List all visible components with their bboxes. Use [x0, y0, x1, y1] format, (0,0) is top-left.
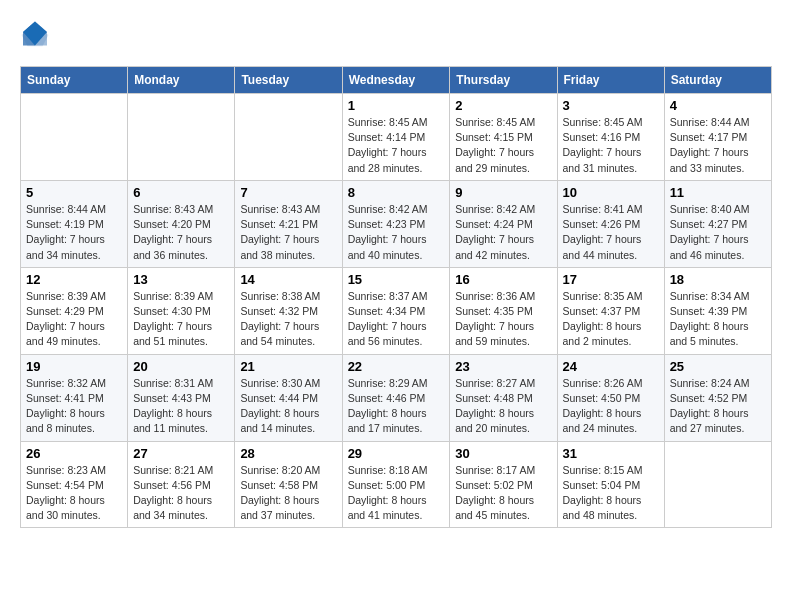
calendar-cell	[128, 94, 235, 181]
weekday-header: Friday	[557, 67, 664, 94]
day-number: 19	[26, 359, 122, 374]
calendar-cell: 26Sunrise: 8:23 AM Sunset: 4:54 PM Dayli…	[21, 441, 128, 528]
day-number: 11	[670, 185, 766, 200]
day-info: Sunrise: 8:18 AM Sunset: 5:00 PM Dayligh…	[348, 463, 445, 524]
day-number: 13	[133, 272, 229, 287]
day-number: 5	[26, 185, 122, 200]
day-info: Sunrise: 8:15 AM Sunset: 5:04 PM Dayligh…	[563, 463, 659, 524]
calendar-cell: 8Sunrise: 8:42 AM Sunset: 4:23 PM Daylig…	[342, 180, 450, 267]
calendar-cell: 25Sunrise: 8:24 AM Sunset: 4:52 PM Dayli…	[664, 354, 771, 441]
calendar-cell	[664, 441, 771, 528]
day-info: Sunrise: 8:31 AM Sunset: 4:43 PM Dayligh…	[133, 376, 229, 437]
day-info: Sunrise: 8:27 AM Sunset: 4:48 PM Dayligh…	[455, 376, 551, 437]
day-info: Sunrise: 8:39 AM Sunset: 4:29 PM Dayligh…	[26, 289, 122, 350]
day-info: Sunrise: 8:21 AM Sunset: 4:56 PM Dayligh…	[133, 463, 229, 524]
day-number: 31	[563, 446, 659, 461]
calendar-cell: 16Sunrise: 8:36 AM Sunset: 4:35 PM Dayli…	[450, 267, 557, 354]
logo	[20, 20, 54, 50]
calendar-cell: 29Sunrise: 8:18 AM Sunset: 5:00 PM Dayli…	[342, 441, 450, 528]
page: SundayMondayTuesdayWednesdayThursdayFrid…	[0, 0, 792, 538]
weekday-header: Thursday	[450, 67, 557, 94]
day-info: Sunrise: 8:41 AM Sunset: 4:26 PM Dayligh…	[563, 202, 659, 263]
calendar-cell: 11Sunrise: 8:40 AM Sunset: 4:27 PM Dayli…	[664, 180, 771, 267]
calendar-cell: 18Sunrise: 8:34 AM Sunset: 4:39 PM Dayli…	[664, 267, 771, 354]
calendar-cell: 15Sunrise: 8:37 AM Sunset: 4:34 PM Dayli…	[342, 267, 450, 354]
calendar-cell: 14Sunrise: 8:38 AM Sunset: 4:32 PM Dayli…	[235, 267, 342, 354]
calendar-cell: 21Sunrise: 8:30 AM Sunset: 4:44 PM Dayli…	[235, 354, 342, 441]
day-number: 14	[240, 272, 336, 287]
day-number: 26	[26, 446, 122, 461]
calendar-cell: 3Sunrise: 8:45 AM Sunset: 4:16 PM Daylig…	[557, 94, 664, 181]
day-info: Sunrise: 8:40 AM Sunset: 4:27 PM Dayligh…	[670, 202, 766, 263]
calendar-cell: 2Sunrise: 8:45 AM Sunset: 4:15 PM Daylig…	[450, 94, 557, 181]
day-number: 25	[670, 359, 766, 374]
day-number: 30	[455, 446, 551, 461]
day-info: Sunrise: 8:17 AM Sunset: 5:02 PM Dayligh…	[455, 463, 551, 524]
calendar-cell: 27Sunrise: 8:21 AM Sunset: 4:56 PM Dayli…	[128, 441, 235, 528]
calendar-cell: 5Sunrise: 8:44 AM Sunset: 4:19 PM Daylig…	[21, 180, 128, 267]
day-info: Sunrise: 8:30 AM Sunset: 4:44 PM Dayligh…	[240, 376, 336, 437]
calendar-cell: 30Sunrise: 8:17 AM Sunset: 5:02 PM Dayli…	[450, 441, 557, 528]
calendar-table: SundayMondayTuesdayWednesdayThursdayFrid…	[20, 66, 772, 528]
calendar-cell: 22Sunrise: 8:29 AM Sunset: 4:46 PM Dayli…	[342, 354, 450, 441]
day-number: 23	[455, 359, 551, 374]
calendar-cell: 13Sunrise: 8:39 AM Sunset: 4:30 PM Dayli…	[128, 267, 235, 354]
day-info: Sunrise: 8:38 AM Sunset: 4:32 PM Dayligh…	[240, 289, 336, 350]
weekday-header: Wednesday	[342, 67, 450, 94]
calendar-cell: 6Sunrise: 8:43 AM Sunset: 4:20 PM Daylig…	[128, 180, 235, 267]
calendar-cell: 23Sunrise: 8:27 AM Sunset: 4:48 PM Dayli…	[450, 354, 557, 441]
day-number: 2	[455, 98, 551, 113]
weekday-header: Tuesday	[235, 67, 342, 94]
day-info: Sunrise: 8:24 AM Sunset: 4:52 PM Dayligh…	[670, 376, 766, 437]
day-info: Sunrise: 8:29 AM Sunset: 4:46 PM Dayligh…	[348, 376, 445, 437]
calendar-cell: 1Sunrise: 8:45 AM Sunset: 4:14 PM Daylig…	[342, 94, 450, 181]
day-number: 17	[563, 272, 659, 287]
calendar-header-row: SundayMondayTuesdayWednesdayThursdayFrid…	[21, 67, 772, 94]
day-info: Sunrise: 8:34 AM Sunset: 4:39 PM Dayligh…	[670, 289, 766, 350]
day-info: Sunrise: 8:45 AM Sunset: 4:14 PM Dayligh…	[348, 115, 445, 176]
calendar-cell: 9Sunrise: 8:42 AM Sunset: 4:24 PM Daylig…	[450, 180, 557, 267]
calendar-week-row: 19Sunrise: 8:32 AM Sunset: 4:41 PM Dayli…	[21, 354, 772, 441]
day-info: Sunrise: 8:45 AM Sunset: 4:15 PM Dayligh…	[455, 115, 551, 176]
header	[20, 20, 772, 50]
day-number: 10	[563, 185, 659, 200]
day-info: Sunrise: 8:42 AM Sunset: 4:24 PM Dayligh…	[455, 202, 551, 263]
day-number: 4	[670, 98, 766, 113]
day-info: Sunrise: 8:43 AM Sunset: 4:20 PM Dayligh…	[133, 202, 229, 263]
day-info: Sunrise: 8:39 AM Sunset: 4:30 PM Dayligh…	[133, 289, 229, 350]
calendar-cell: 7Sunrise: 8:43 AM Sunset: 4:21 PM Daylig…	[235, 180, 342, 267]
day-number: 1	[348, 98, 445, 113]
calendar-week-row: 1Sunrise: 8:45 AM Sunset: 4:14 PM Daylig…	[21, 94, 772, 181]
day-number: 22	[348, 359, 445, 374]
weekday-header: Saturday	[664, 67, 771, 94]
day-info: Sunrise: 8:32 AM Sunset: 4:41 PM Dayligh…	[26, 376, 122, 437]
calendar-cell: 24Sunrise: 8:26 AM Sunset: 4:50 PM Dayli…	[557, 354, 664, 441]
day-number: 18	[670, 272, 766, 287]
day-number: 20	[133, 359, 229, 374]
day-info: Sunrise: 8:45 AM Sunset: 4:16 PM Dayligh…	[563, 115, 659, 176]
day-info: Sunrise: 8:36 AM Sunset: 4:35 PM Dayligh…	[455, 289, 551, 350]
calendar-week-row: 26Sunrise: 8:23 AM Sunset: 4:54 PM Dayli…	[21, 441, 772, 528]
calendar-cell: 31Sunrise: 8:15 AM Sunset: 5:04 PM Dayli…	[557, 441, 664, 528]
day-info: Sunrise: 8:35 AM Sunset: 4:37 PM Dayligh…	[563, 289, 659, 350]
day-info: Sunrise: 8:44 AM Sunset: 4:19 PM Dayligh…	[26, 202, 122, 263]
calendar-week-row: 5Sunrise: 8:44 AM Sunset: 4:19 PM Daylig…	[21, 180, 772, 267]
calendar-cell: 20Sunrise: 8:31 AM Sunset: 4:43 PM Dayli…	[128, 354, 235, 441]
weekday-header: Monday	[128, 67, 235, 94]
day-number: 29	[348, 446, 445, 461]
day-number: 3	[563, 98, 659, 113]
calendar-cell: 4Sunrise: 8:44 AM Sunset: 4:17 PM Daylig…	[664, 94, 771, 181]
day-info: Sunrise: 8:20 AM Sunset: 4:58 PM Dayligh…	[240, 463, 336, 524]
day-number: 9	[455, 185, 551, 200]
calendar-cell: 28Sunrise: 8:20 AM Sunset: 4:58 PM Dayli…	[235, 441, 342, 528]
day-number: 7	[240, 185, 336, 200]
calendar-cell	[235, 94, 342, 181]
day-number: 27	[133, 446, 229, 461]
day-info: Sunrise: 8:44 AM Sunset: 4:17 PM Dayligh…	[670, 115, 766, 176]
calendar-week-row: 12Sunrise: 8:39 AM Sunset: 4:29 PM Dayli…	[21, 267, 772, 354]
day-info: Sunrise: 8:37 AM Sunset: 4:34 PM Dayligh…	[348, 289, 445, 350]
day-info: Sunrise: 8:23 AM Sunset: 4:54 PM Dayligh…	[26, 463, 122, 524]
calendar-cell: 12Sunrise: 8:39 AM Sunset: 4:29 PM Dayli…	[21, 267, 128, 354]
day-number: 28	[240, 446, 336, 461]
calendar-cell: 17Sunrise: 8:35 AM Sunset: 4:37 PM Dayli…	[557, 267, 664, 354]
